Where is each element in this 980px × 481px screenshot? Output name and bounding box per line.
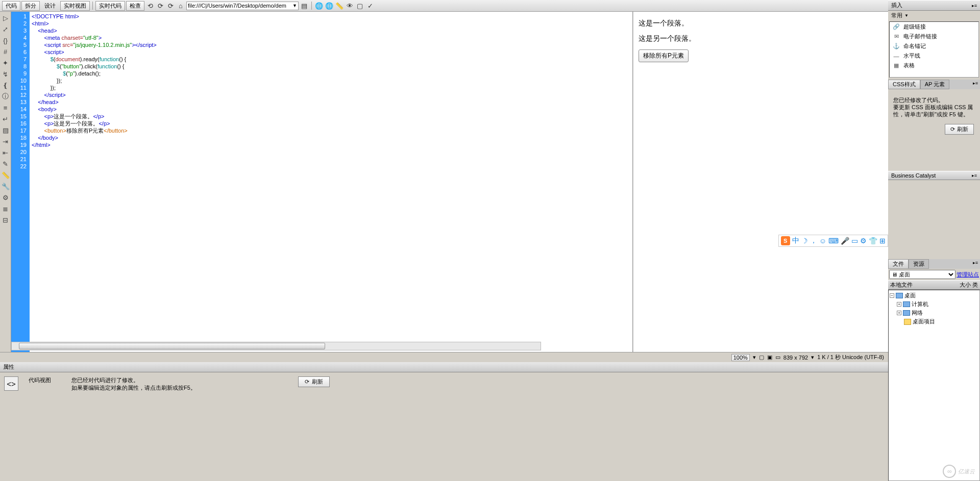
format-icon[interactable]: ≣	[2, 205, 10, 213]
device3-icon[interactable]: ▭	[775, 354, 780, 361]
expand-icon[interactable]: ⤢	[2, 25, 10, 33]
ime-btn[interactable]: ⚙	[860, 237, 867, 245]
insert-item[interactable]: —水平线	[890, 51, 978, 61]
device2-icon[interactable]: ▣	[767, 354, 772, 361]
insert-item[interactable]: ▦表格	[890, 61, 978, 70]
ime-btn[interactable]: 🎤	[841, 237, 849, 245]
site-select[interactable]: 🖥 桌面	[889, 270, 955, 279]
props-refresh-button[interactable]: ⟳刷新	[298, 376, 330, 387]
separator	[311, 2, 312, 10]
files-panel: 🖥 桌面 管理站点 本地文件大小 类 −桌面+计算机+网络桌面项目	[888, 269, 980, 481]
tree-node[interactable]: +网络	[890, 309, 978, 317]
zoom-down-icon[interactable]: ▾	[753, 354, 756, 361]
left-toolbar: ▷ ⤢ {} # ✦ ↯ ❴ ⓘ ≡ ↵ ▨ ⇥ ⇤ ✎ 📏 🔧 ⚙ ≣ ⊟	[0, 12, 11, 352]
manage-sites-link[interactable]: 管理站点	[957, 271, 979, 279]
ime-btn[interactable]: ，	[810, 236, 817, 245]
ime-btn[interactable]: ☽	[801, 237, 808, 245]
list-icon[interactable]: ▤	[300, 1, 309, 10]
braces-icon[interactable]: {}	[2, 36, 10, 44]
home-icon[interactable]: ⌂	[176, 1, 185, 10]
settings-icon[interactable]: ⚙	[2, 193, 10, 201]
ruler2-icon[interactable]: 📏	[2, 171, 10, 179]
inspect-button[interactable]: 检查	[126, 1, 144, 11]
device1-icon[interactable]: ▢	[759, 354, 764, 361]
check-icon[interactable]: ✓	[365, 1, 375, 10]
highlight-icon[interactable]: ▨	[2, 126, 10, 134]
arrow-icon[interactable]: ↯	[2, 70, 10, 78]
eye-icon[interactable]: 👁	[345, 1, 354, 10]
ime-btn[interactable]: ☺	[819, 237, 826, 245]
refresh-icon[interactable]: ⟳	[166, 1, 175, 10]
insert-panel-header[interactable]: 插入▸≡	[888, 0, 980, 11]
info-icon[interactable]: ⓘ	[2, 92, 10, 100]
ime-btn[interactable]: ⌨	[828, 237, 839, 245]
view-split-button[interactable]: 拆分	[21, 1, 40, 11]
status-bar: 100% ▾ ▢ ▣ ▭ 839 x 792▾ 1 K / 1 秒 Unicod…	[0, 352, 888, 362]
insert-item[interactable]: 🔗超级链接	[890, 22, 978, 32]
ime-toolbar[interactable]: S 中 ☽ ， ☺ ⌨ 🎤 ▭ ⚙ 👕 ⊞	[778, 235, 888, 247]
brace-icon[interactable]: ❴	[2, 81, 10, 89]
box-icon[interactable]: ▢	[355, 1, 364, 10]
live-code-button[interactable]: 实时代码	[95, 1, 125, 11]
view-live-button[interactable]: 实时视图	[60, 1, 90, 11]
properties-header[interactable]: 属性	[0, 362, 888, 372]
tree-node[interactable]: −桌面	[890, 291, 978, 300]
tab-resources[interactable]: 资源	[909, 259, 929, 269]
properties-panel: 属性 <> 代码视图 您已经对代码进行了修改。 如果要编辑选定对象的属性，请点击…	[0, 362, 888, 481]
insert-list: 🔗超级链接✉电子邮件链接⚓命名锚记—水平线▦表格	[889, 21, 979, 78]
zoom-value[interactable]: 100%	[731, 354, 750, 361]
css-panel: 您已经修改了代码。要更新 CSS 面板或编辑 CSS 属性，请单击"刷新"或按 …	[888, 89, 980, 171]
right-column: 插入▸≡ 常用▼ 🔗超级链接✉电子邮件链接⚓命名锚记—水平线▦表格 CSS样式 …	[888, 0, 980, 481]
indent-icon[interactable]: ⇥	[2, 137, 10, 145]
star-icon[interactable]: ✦	[2, 59, 10, 67]
ime-btn[interactable]: ⊞	[879, 237, 886, 245]
collapse-icon[interactable]: ⊟	[2, 216, 10, 224]
sogou-icon[interactable]: S	[781, 236, 790, 245]
insert-item[interactable]: ⚓命名锚记	[890, 41, 978, 51]
tree-node[interactable]: 桌面项目	[890, 317, 978, 326]
wrench-icon[interactable]: 🔧	[2, 182, 10, 190]
css-refresh-button[interactable]: ⟳刷新	[945, 124, 974, 135]
address-bar[interactable]: file:///C|/Users/win7/Desktop/demo/dem▼	[186, 2, 299, 10]
insert-category[interactable]: 常用▼	[888, 11, 980, 20]
file-tree[interactable]: −桌面+计算机+网络桌面项目	[888, 290, 980, 481]
ime-btn[interactable]: 👕	[869, 237, 877, 245]
dimensions: 839 x 792	[783, 355, 808, 361]
hash-icon[interactable]: #	[2, 47, 10, 56]
watermark: ∞亿速云	[943, 465, 975, 478]
wrap-icon[interactable]: ↵	[2, 115, 10, 123]
outdent-icon[interactable]: ⇤	[2, 148, 10, 157]
forward-icon[interactable]: ⟳	[156, 1, 165, 10]
bc-panel	[888, 180, 980, 259]
tab-files[interactable]: 文件	[888, 259, 909, 269]
ime-btn[interactable]: 中	[792, 236, 799, 245]
props-msg2: 如果要编辑选定对象的属性，请点击刷新或按F5。	[71, 384, 196, 392]
tab-ap[interactable]: AP 元素	[920, 80, 950, 89]
refresh-icon: ⟳	[305, 378, 309, 385]
view-code-button[interactable]: 代码	[2, 1, 20, 11]
view-design-button[interactable]: 设计	[41, 1, 59, 11]
back-icon[interactable]: ⟲	[145, 1, 155, 10]
comment-icon[interactable]: ≡	[2, 104, 10, 112]
tree-node[interactable]: +计算机	[890, 300, 978, 309]
pencil-icon[interactable]: ✎	[2, 160, 10, 168]
files-columns: 本地文件大小 类	[888, 280, 980, 290]
insert-item[interactable]: ✉电子邮件链接	[890, 32, 978, 41]
props-title: 代码视图	[29, 376, 51, 384]
horizontal-scrollbar[interactable]	[11, 342, 541, 350]
tab-css[interactable]: CSS样式	[888, 80, 920, 89]
css-msg: 您已经修改了代码。要更新 CSS 面板或编辑 CSS 属性，请单击"刷新"或按 …	[893, 96, 975, 118]
bc-panel-header[interactable]: Business Catalyst▸≡	[888, 171, 980, 180]
main-area: ▷ ⤢ {} # ✦ ↯ ❴ ⓘ ≡ ↵ ▨ ⇥ ⇤ ✎ 📏 🔧 ⚙ ≣ ⊟ 1…	[0, 12, 980, 352]
refresh-icon: ⟳	[950, 126, 955, 133]
separator	[92, 2, 93, 10]
globe2-icon[interactable]: 🌐	[325, 1, 334, 10]
ime-btn[interactable]: ▭	[851, 237, 858, 245]
props-msg1: 您已经对代码进行了修改。	[71, 376, 196, 384]
code-editor[interactable]: <!DOCTYPE html><html> <head> <meta chars…	[30, 12, 633, 352]
pointer-icon[interactable]: ▷	[2, 14, 10, 22]
remove-p-button[interactable]: 移除所有P元素	[639, 49, 689, 62]
ruler-icon[interactable]: 📏	[335, 1, 344, 10]
globe1-icon[interactable]: 🌐	[314, 1, 324, 10]
code-view-icon: <>	[4, 376, 18, 391]
